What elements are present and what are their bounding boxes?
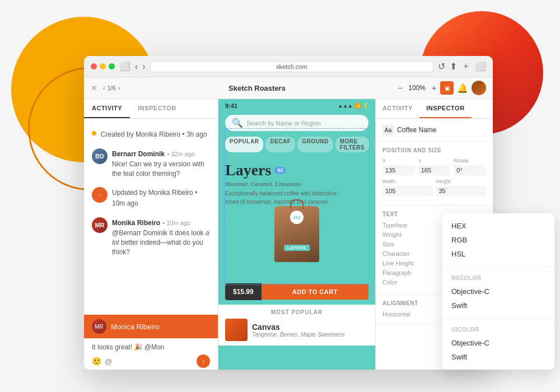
close-panel-icon[interactable]: ✕: [91, 83, 97, 92]
tab-inspector-left[interactable]: INSPECTOR: [130, 99, 184, 118]
zoom-out-button[interactable]: −: [394, 82, 406, 94]
search-icon: 🔍: [232, 118, 243, 128]
zoom-controls: − 100% +: [394, 82, 440, 94]
tab-icon: ⬜: [119, 61, 130, 72]
add-to-cart-button[interactable]: ADD TO CART: [262, 284, 368, 300]
tab-inspector-right[interactable]: INSPECTOR: [419, 99, 471, 118]
wifi-icon: 📶: [354, 103, 361, 109]
y-input[interactable]: [418, 165, 451, 175]
avatar-bd: BD: [92, 148, 108, 164]
x-field: X: [382, 158, 415, 175]
filter-popular[interactable]: POPULAR: [225, 137, 263, 152]
page-type-icon: ▣: [440, 81, 454, 95]
format-rgb[interactable]: RGB: [451, 233, 545, 247]
paragraph-label: Paragraph: [382, 269, 411, 276]
emoji-icon[interactable]: 🙂: [92, 357, 101, 366]
price-display: $15.99: [225, 283, 262, 300]
browser-window: ⬜ ‹ › sketch.com ↺ ⬆ ＋ ⬜ ✕ ‹ 1/6 › Sketc…: [84, 56, 493, 370]
forward-icon[interactable]: ›: [142, 62, 145, 72]
layers-title-wrapper: Layers 82: [225, 161, 368, 179]
size-grid: Width Height: [382, 179, 486, 196]
nscolor-swift[interactable]: Swift: [451, 298, 545, 312]
comment-text: It looks great! 🎉 @Mon: [92, 343, 164, 351]
app-content: 9:41 ▲▲▲ 📶 🔋 🔍 Search by Name or Region …: [218, 99, 375, 370]
avatar-updated-icon: ↑: [92, 187, 108, 203]
tab-activity[interactable]: ACTIVITY: [84, 99, 130, 118]
refresh-icon[interactable]: ↺: [438, 61, 445, 72]
address-bar[interactable]: sketch.com: [150, 61, 433, 72]
activity-list: Created by Monika Ribeiro • 3h ago BD Be…: [84, 119, 218, 315]
extensions-icon[interactable]: ⬜: [475, 61, 486, 72]
layers-title: Layers: [225, 161, 271, 179]
character-label: Character: [382, 250, 409, 257]
page-indicator: 1/6: [108, 85, 116, 91]
filter-decaf[interactable]: DECAF: [265, 137, 295, 152]
activity-bernarr: Bernarr Dominik • 32m ago Nice! Can we t…: [112, 148, 210, 179]
back-icon[interactable]: ‹: [135, 62, 138, 72]
status-icons: ▲▲▲ 📶 🔋: [338, 103, 368, 109]
user-avatar[interactable]: [472, 81, 486, 95]
uicolor-swift[interactable]: Swift: [451, 350, 545, 364]
rotate-input[interactable]: [454, 165, 486, 175]
new-tab-icon[interactable]: ＋: [461, 60, 470, 72]
updated-message: Updated by Monika Ribeiro • 10m ago: [112, 189, 197, 207]
activity-monika: Monika Ribeiro • 10m ago @Bernarr Domini…: [112, 217, 210, 256]
product-badge: 332: [290, 211, 304, 224]
share-icon[interactable]: ⬆: [450, 61, 457, 72]
notifications-icon[interactable]: 🔔: [457, 83, 468, 94]
mention-icon[interactable]: @: [105, 357, 112, 366]
signal-icon: ▲▲▲: [338, 103, 353, 109]
nscolor-objc[interactable]: Objective-C: [451, 284, 545, 298]
search-placeholder: Search by Name or Region: [246, 120, 321, 127]
nscolor-label: NSCOLOR: [451, 275, 545, 281]
message-mr: @Bernarr Dominik It does look a lot bett…: [112, 228, 210, 256]
position-grid: X Y Rotate: [382, 158, 486, 175]
filter-tags: POPULAR DECAF GROUND MORE FILTERS: [218, 133, 375, 156]
format-hsl[interactable]: HSL: [451, 247, 545, 261]
lineheight-label: Line Height: [382, 260, 414, 267]
activity-header: Bernarr Dominik • 32m ago: [112, 148, 210, 158]
x-input[interactable]: [382, 165, 415, 175]
tab-activity-right[interactable]: ACTIVITY: [376, 99, 419, 118]
filter-more[interactable]: MORE FILTERS: [335, 137, 369, 152]
close-button[interactable]: [91, 63, 97, 69]
minimize-button[interactable]: [100, 63, 106, 69]
time-mr: • 10m ago: [162, 220, 190, 226]
created-message: Created by Monika Ribeiro • 3h ago: [101, 130, 207, 138]
format-hex[interactable]: HEX: [451, 219, 545, 233]
canvas-name: Canvas: [252, 323, 345, 332]
height-input[interactable]: [436, 186, 487, 196]
y-field: Y: [418, 158, 451, 175]
message-bd: Nice! Can we try a version with the teal…: [112, 160, 210, 179]
layers-section: Layers 82 Hazelnut, Caramel, Cinnamon Ex…: [218, 156, 375, 279]
position-size-title: POSITION AND SIZE: [382, 147, 486, 153]
uicolor-objc[interactable]: Objective-C: [451, 336, 545, 350]
maximize-button[interactable]: [109, 63, 115, 69]
y-label: Y: [418, 158, 451, 164]
product-label: LAYERS: [284, 245, 310, 251]
page-nav: ‹ 1/6 ›: [103, 85, 120, 91]
comment-user-bar: MR Monica Ribeiro: [84, 315, 218, 338]
zoom-in-button[interactable]: +: [428, 82, 440, 94]
canvas-item: Canvas Tangerine, Berries, Maple Sweetne…: [225, 319, 368, 341]
send-button[interactable]: ↑: [197, 354, 210, 368]
activity-dot: [92, 131, 96, 136]
filter-ground[interactable]: GROUND: [297, 137, 333, 152]
product-image: 332 LAYERS: [269, 206, 325, 273]
canvas-info: Canvas Tangerine, Berries, Maple Sweetne…: [252, 323, 345, 338]
right-panel-tabs: ACTIVITY INSPECTOR: [376, 99, 493, 119]
search-bar[interactable]: 🔍 Search by Name or Region: [225, 115, 368, 131]
comment-actions: 🙂 @ ↑: [92, 354, 210, 368]
comment-input-display: It looks great! 🎉 @Mon: [92, 343, 210, 351]
comment-input-area[interactable]: It looks great! 🎉 @Mon 🙂 @ ↑: [84, 338, 218, 370]
phone-mockup: 9:41 ▲▲▲ 📶 🔋 🔍 Search by Name or Region …: [218, 99, 375, 370]
list-item: BD Bernarr Dominik • 32m ago Nice! Can w…: [84, 144, 218, 183]
list-item: ↑ Updated by Monika Ribeiro • 10m ago: [84, 183, 218, 213]
width-field: Width: [382, 179, 433, 196]
left-panel: ACTIVITY INSPECTOR Created by Monika Rib…: [84, 99, 218, 370]
prev-page-icon[interactable]: ‹: [103, 85, 105, 91]
zoom-value: 100%: [408, 84, 426, 92]
typeface-label: Typeface: [382, 222, 408, 228]
width-input[interactable]: [382, 186, 433, 196]
browser-toolbar: ✕ ‹ 1/6 › Sketch Roasters − 100% + ▣ 🔔: [84, 77, 493, 99]
